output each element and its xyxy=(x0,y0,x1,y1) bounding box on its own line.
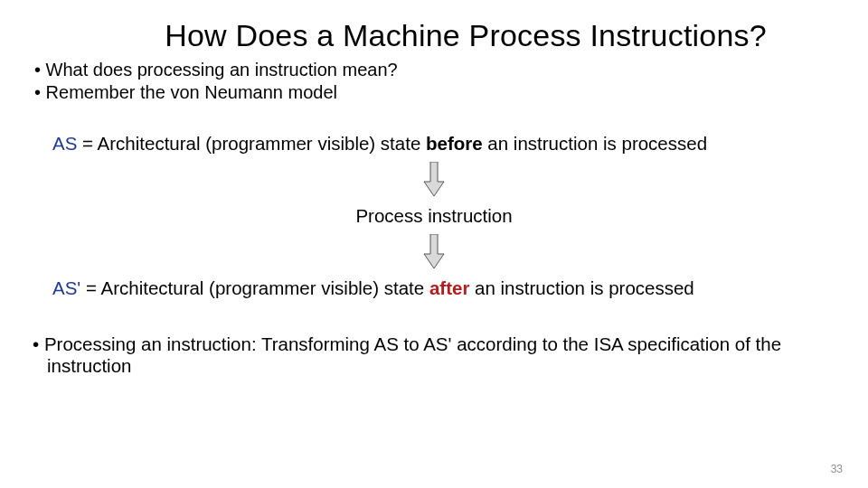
asp-label: AS' xyxy=(52,277,80,298)
arrow-path xyxy=(424,162,444,196)
arrow-path xyxy=(424,234,444,268)
slide: How Does a Machine Process Instructions?… xyxy=(0,0,868,488)
as-tail: an instruction is processed xyxy=(483,133,707,154)
as-body: = Architectural (programmer visible) sta… xyxy=(77,133,426,154)
summary-bullet-list: Processing an instruction: Transforming … xyxy=(33,333,841,377)
asp-line: AS' = Architectural (programmer visible)… xyxy=(27,277,841,299)
asp-tail: an instruction is processed xyxy=(469,277,693,298)
before-word: before xyxy=(426,133,483,154)
arrow-row xyxy=(27,162,841,198)
as-label: AS xyxy=(52,133,77,154)
intro-bullet-list: What does processing an instruction mean… xyxy=(34,59,841,104)
asp-body: = Architectural (programmer visible) sta… xyxy=(80,277,429,298)
down-arrow-icon xyxy=(417,162,451,198)
page-number: 33 xyxy=(831,463,843,475)
down-arrow-icon xyxy=(417,234,451,270)
summary-bullet: Processing an instruction: Transforming … xyxy=(33,333,841,377)
intro-bullet: What does processing an instruction mean… xyxy=(34,59,841,81)
state-diagram: AS = Architectural (programmer visible) … xyxy=(27,133,841,299)
after-word: after xyxy=(429,277,469,298)
arrow-row xyxy=(27,234,841,270)
intro-bullet: Remember the von Neumann model xyxy=(34,81,841,104)
slide-title: How Does a Machine Process Instructions? xyxy=(90,18,841,53)
process-instruction-label: Process instruction xyxy=(27,205,841,227)
as-line: AS = Architectural (programmer visible) … xyxy=(27,133,841,155)
